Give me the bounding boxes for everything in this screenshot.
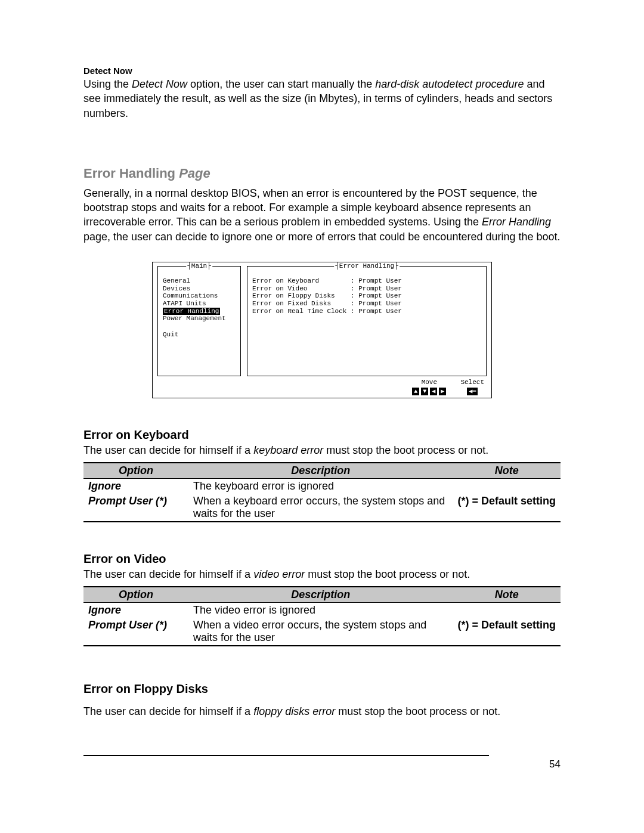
bios-error-line: Error on Real Time Clock : Prompt User	[252, 308, 481, 315]
cell-option: Ignore	[83, 479, 188, 494]
col-note: Note	[453, 587, 561, 603]
text-emphasis: hard-disk autodetect procedure	[375, 78, 524, 90]
cell-note: (*) = Default setting	[453, 494, 561, 522]
col-description: Description	[188, 463, 453, 479]
text: The user can decide for himself if a	[83, 444, 253, 456]
bios-menu-item: Devices	[163, 285, 236, 293]
arrow-up-icon: ▲	[412, 388, 419, 395]
bios-error-line: Error on Floppy Disks : Prompt User	[252, 292, 481, 300]
table-header-row: Option Description Note	[83, 463, 561, 479]
text-emphasis: floppy disks error	[253, 705, 335, 717]
error-keyboard-intro: The user can decide for himself if a key…	[83, 443, 561, 457]
table-row: Ignore The keyboard error is ignored	[83, 479, 561, 494]
bios-footer: Move ▲ ▼ ◀ ▶ Select ◀━	[157, 379, 487, 395]
bios-menu-item: Power Management	[163, 315, 236, 323]
document-page: Detect Now Using the Detect Now option, …	[0, 0, 644, 806]
detect-now-paragraph: Using the Detect Now option, the user ca…	[83, 77, 561, 120]
bios-footer-move: Move ▲ ▼ ◀ ▶	[412, 379, 446, 395]
error-video-intro: The user can decide for himself if a vid…	[83, 567, 561, 581]
bios-error-line: Error on Fixed Disks : Prompt User	[252, 300, 481, 308]
bios-error-line: Error on Video : Prompt User	[252, 285, 481, 293]
bios-footer-move-label: Move	[422, 379, 437, 386]
table-row: Ignore The video error is ignored	[83, 603, 561, 618]
cell-description: When a video error occurs, the system st…	[188, 618, 453, 646]
cell-description: When a keyboard error occurs, the system…	[188, 494, 453, 522]
text: The user can decide for himself if a	[83, 568, 253, 580]
text-emphasis: video error	[253, 568, 305, 580]
text: must stop the boot process or not.	[338, 705, 500, 717]
arrow-left-icon: ◀	[430, 388, 437, 395]
detect-now-heading: Detect Now	[83, 66, 561, 76]
text: must stop the boot process or not.	[326, 444, 488, 456]
text: option, the user can start manually the	[190, 78, 375, 90]
cell-note	[453, 603, 561, 618]
section-heading: Error Handling Page	[83, 166, 561, 181]
text: Generally, in a normal desktop BIOS, whe…	[83, 187, 537, 228]
bios-error-line: Error on Keyboard : Prompt User	[252, 277, 481, 285]
text: page, the user can decide to ignore one …	[83, 231, 561, 243]
error-floppy-heading: Error on Floppy Disks	[83, 682, 561, 696]
cell-option: Prompt User (*)	[83, 494, 188, 522]
bios-menu-item: General	[163, 277, 236, 285]
cell-note: (*) = Default setting	[453, 618, 561, 646]
col-option: Option	[83, 587, 188, 603]
bios-footer-select-label: Select	[460, 379, 484, 386]
text-emphasis: Error Handling	[482, 216, 551, 228]
bios-menu-item-selected: Error Handling	[163, 308, 220, 315]
bios-menu-quit: Quit	[163, 331, 236, 339]
bios-main-panel: Main General Devices Communications ATAP…	[157, 266, 241, 376]
cell-note	[453, 479, 561, 494]
bios-footer-select: Select ◀━	[460, 379, 484, 395]
spacer	[163, 323, 236, 331]
text-emphasis: Detect Now	[132, 78, 187, 90]
text-emphasis: keyboard error	[253, 444, 323, 456]
section-heading-main: Error Handling	[83, 166, 179, 181]
error-floppy-intro: The user can decide for himself if a flo…	[83, 704, 561, 719]
bios-error-title: Error Handling	[334, 262, 400, 270]
cell-description: The keyboard error is ignored	[188, 479, 453, 494]
footer-rule	[83, 755, 489, 756]
col-option: Option	[83, 463, 188, 479]
section-heading-em: Page	[179, 166, 210, 181]
cell-option: Prompt User (*)	[83, 618, 188, 646]
bios-screenshot: Main General Devices Communications ATAP…	[152, 262, 492, 398]
bios-main-title: Main	[186, 262, 212, 270]
text: Using the	[83, 78, 132, 90]
error-keyboard-heading: Error on Keyboard	[83, 428, 561, 442]
enter-key-icon: ◀━	[467, 388, 478, 395]
bios-menu-item: Communications	[163, 292, 236, 300]
bios-panels: Main General Devices Communications ATAP…	[157, 266, 487, 376]
bios-footer-move-keys: ▲ ▼ ◀ ▶	[412, 388, 446, 395]
arrow-right-icon: ▶	[439, 388, 446, 395]
col-description: Description	[188, 587, 453, 603]
bios-footer-select-keys: ◀━	[467, 388, 478, 395]
text: must stop the boot process or not.	[308, 568, 470, 580]
error-keyboard-table: Option Description Note Ignore The keybo…	[83, 462, 561, 522]
section-paragraph: Generally, in a normal desktop BIOS, whe…	[83, 186, 561, 244]
table-row: Prompt User (*) When a keyboard error oc…	[83, 494, 561, 522]
col-note: Note	[453, 463, 561, 479]
arrow-down-icon: ▼	[421, 388, 428, 395]
cell-description: The video error is ignored	[188, 603, 453, 618]
table-header-row: Option Description Note	[83, 587, 561, 603]
text: The user can decide for himself if a	[83, 705, 253, 717]
error-video-table: Option Description Note Ignore The video…	[83, 586, 561, 646]
cell-option: Ignore	[83, 603, 188, 618]
page-number: 54	[83, 758, 561, 770]
bios-menu-item: ATAPI Units	[163, 300, 236, 308]
error-video-heading: Error on Video	[83, 552, 561, 566]
bios-error-panel: Error Handling Error on Keyboard : Promp…	[247, 266, 487, 376]
table-row: Prompt User (*) When a video error occur…	[83, 618, 561, 646]
